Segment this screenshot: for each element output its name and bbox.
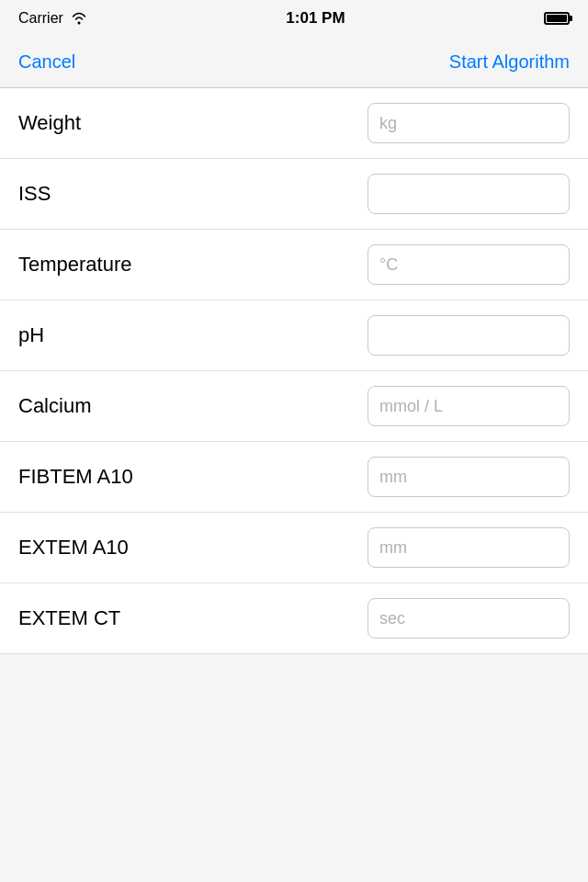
- label-iss: ISS: [18, 182, 368, 206]
- label-extem-ct: EXTEM CT: [18, 606, 368, 630]
- label-temperature: Temperature: [18, 253, 368, 277]
- label-fibtem-a10: FIBTEM A10: [18, 465, 368, 489]
- carrier-label: Carrier: [18, 10, 63, 27]
- form-row-weight: Weight: [0, 88, 588, 159]
- form-row-extem-ct: EXTEM CT: [0, 583, 588, 654]
- input-weight[interactable]: [368, 103, 570, 143]
- status-right: [544, 12, 570, 25]
- form-row-iss: ISS: [0, 159, 588, 230]
- start-algorithm-button[interactable]: Start Algorithm: [449, 44, 570, 80]
- input-extem-ct[interactable]: [368, 598, 570, 639]
- form-row-temperature: Temperature: [0, 230, 588, 300]
- form-row-ph: pH: [0, 300, 588, 371]
- form-container: WeightISSTemperaturepHCalciumFIBTEM A10E…: [0, 88, 588, 654]
- input-temperature[interactable]: [368, 244, 570, 285]
- form-row-fibtem-a10: FIBTEM A10: [0, 442, 588, 513]
- nav-bar: Cancel Start Algorithm: [0, 37, 588, 88]
- input-ph[interactable]: [368, 315, 570, 356]
- battery-icon: [544, 12, 570, 25]
- label-calcium: Calcium: [18, 394, 368, 418]
- cancel-button[interactable]: Cancel: [18, 44, 75, 80]
- input-fibtem-a10[interactable]: [368, 457, 570, 497]
- status-time: 1:01 PM: [286, 9, 345, 28]
- status-left: Carrier: [18, 10, 87, 27]
- label-weight: Weight: [18, 111, 368, 135]
- wifi-icon: [71, 12, 87, 25]
- input-iss[interactable]: [368, 174, 570, 214]
- status-bar: Carrier 1:01 PM: [0, 0, 588, 37]
- form-row-calcium: Calcium: [0, 371, 588, 442]
- input-calcium[interactable]: [368, 386, 570, 426]
- form-row-extem-a10: EXTEM A10: [0, 513, 588, 583]
- input-extem-a10[interactable]: [368, 527, 570, 568]
- label-extem-a10: EXTEM A10: [18, 536, 368, 560]
- label-ph: pH: [18, 323, 368, 347]
